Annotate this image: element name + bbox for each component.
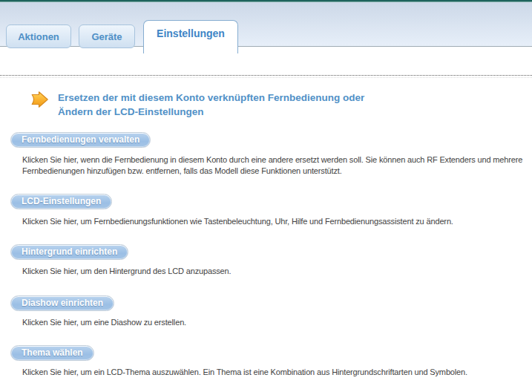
page-title-line1: Ersetzen der mit diesem Konto verknüpfte…: [58, 91, 459, 105]
choose-theme-description: Klicken Sie hier, um ein LCD-Thema auszu…: [22, 367, 532, 378]
page-title-line2: Ändern der LCD-Einstellungen: [58, 105, 459, 119]
setup-background-button[interactable]: Hintergrund einrichten: [10, 244, 128, 260]
tab-label: Aktionen: [18, 31, 59, 42]
tab-aktionen[interactable]: Aktionen: [6, 24, 71, 48]
dotted-divider: [0, 75, 532, 78]
choose-theme-button[interactable]: Thema wählen: [10, 345, 94, 361]
manage-remotes-button[interactable]: Fernbedienungen verwalten: [10, 132, 151, 148]
arrow-right-icon: [30, 91, 49, 108]
lcd-settings-button[interactable]: LCD-Einstellungen: [10, 194, 112, 209]
tab-einstellungen[interactable]: Einstellungen: [143, 20, 238, 53]
tab-label: Einstellungen: [157, 27, 225, 39]
setup-slideshow-button[interactable]: Diashow einrichten: [10, 295, 114, 311]
settings-page: Aktionen Geräte Einstellungen Ersetzen d…: [0, 0, 532, 392]
tab-geraete[interactable]: Geräte: [79, 24, 135, 48]
lcd-settings-description: Klicken Sie hier, um Fernbedienungsfunkt…: [22, 216, 532, 227]
setup-slideshow-description: Klicken Sie hier, um eine Diashow zu ers…: [22, 317, 532, 328]
tab-label: Geräte: [91, 31, 122, 42]
manage-remotes-description: Klicken Sie hier, wenn die Fernbedienung…: [22, 154, 532, 177]
setup-background-description: Klicken Sie hier, um den Hintergrund des…: [22, 266, 532, 277]
page-title: Ersetzen der mit diesem Konto verknüpfte…: [58, 91, 459, 119]
